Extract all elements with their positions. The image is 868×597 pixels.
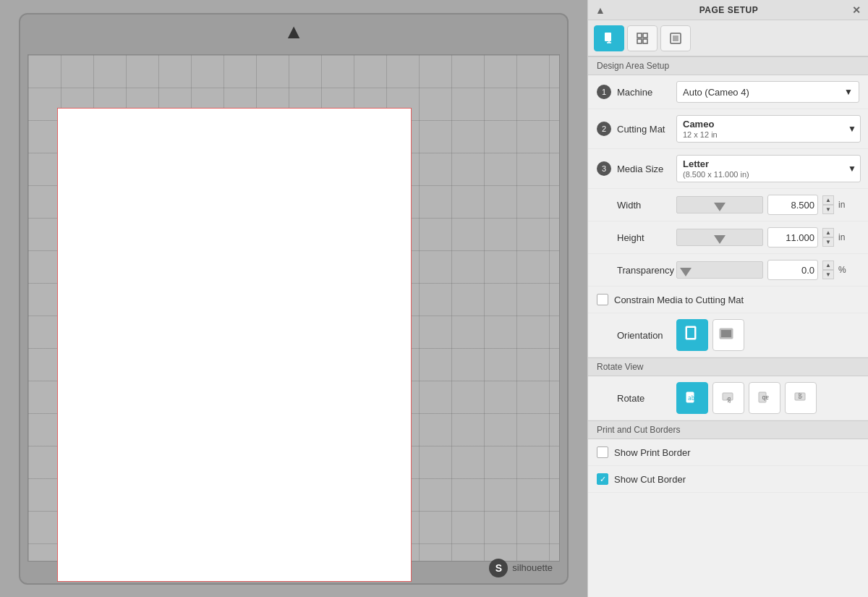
- cutting-mat-dropdown[interactable]: Cameo 12 x 12 in: [676, 115, 861, 143]
- constrain-row: Constrain Media to Cutting Mat: [588, 287, 868, 313]
- form-section: 1 Machine Auto (Cameo 4) ▼ 2 Cutting Mat…: [588, 75, 868, 493]
- show-print-border-label: Show Print Border: [614, 447, 691, 458]
- transparency-input[interactable]: [767, 260, 818, 280]
- cutting-mat-label: Cutting Mat: [617, 124, 665, 135]
- width-spin-up[interactable]: ▲: [822, 195, 834, 205]
- show-print-border-checkbox[interactable]: [597, 446, 608, 458]
- media-size-dropdown-value1: Letter: [683, 158, 709, 169]
- height-row: Height ▲ ▼ in: [588, 221, 868, 254]
- svg-text:ab: ab: [726, 397, 732, 403]
- machine-step-badge: 1: [597, 85, 611, 99]
- rotate-normal-button[interactable]: ab: [676, 382, 708, 414]
- show-print-border-row: Show Print Border: [588, 439, 868, 466]
- machine-dropdown-arrow-icon: ▼: [844, 87, 853, 97]
- media-size-step-badge: 3: [597, 161, 611, 176]
- transparency-label-group: Transparency: [597, 265, 676, 276]
- svg-text:ab: ab: [688, 395, 695, 402]
- height-slider-handle-icon: [714, 235, 726, 244]
- transparency-slider-handle-icon: [680, 268, 692, 276]
- media-size-dropdown-arrow-icon: ▼: [848, 164, 856, 174]
- cutting-mat-control: Cameo 12 x 12 in ▼: [676, 115, 859, 143]
- cutting-mat-step-badge: 2: [597, 122, 611, 136]
- rotate-label: Rotate: [617, 393, 644, 404]
- show-cut-border-row: Show Cut Border: [588, 466, 868, 493]
- orientation-control: [676, 319, 859, 351]
- tab-preview[interactable]: [660, 25, 691, 51]
- cutting-mat-dropdown-value1: Cameo: [683, 119, 714, 130]
- width-label: Width: [617, 200, 641, 211]
- design-area-section-header: Design Area Setup: [588, 56, 868, 75]
- right-panel: ▲ PAGE SETUP ✕: [587, 0, 868, 597]
- borders-section-header: Print and Cut Borders: [588, 420, 868, 439]
- cutting-mat-row: 2 Cutting Mat Cameo 12 x 12 in ▼: [588, 109, 868, 149]
- rotate-view-section-header: Rotate View: [588, 357, 868, 376]
- panel-close-button[interactable]: ✕: [852, 4, 861, 16]
- machine-label: Machine: [617, 87, 652, 98]
- height-spin-up[interactable]: ▲: [822, 228, 834, 237]
- media-size-control: Letter (8.500 x 11.000 in) ▼: [676, 155, 859, 182]
- width-label-group: Width: [597, 200, 676, 211]
- svg-text:ab: ab: [797, 393, 803, 399]
- white-page: [57, 108, 412, 582]
- transparency-slider[interactable]: [676, 261, 763, 279]
- silhouette-logo-text: silhouette: [512, 562, 553, 573]
- cutting-mat-dropdown-arrow-icon: ▼: [848, 124, 856, 134]
- height-label: Height: [617, 232, 644, 243]
- tab-grid[interactable]: [627, 25, 658, 51]
- width-slider-handle-icon: [714, 203, 726, 211]
- media-size-dropdown[interactable]: Letter (8.500 x 11.000 in): [676, 155, 861, 182]
- media-size-dropdown-value2: (8.500 x 11.000 in): [683, 170, 749, 179]
- width-spin-buttons: ▲ ▼: [822, 195, 834, 214]
- rotate-270-button[interactable]: ab: [785, 382, 817, 414]
- transparency-control: ▲ ▼ %: [676, 260, 859, 280]
- silhouette-logo: S silhouette: [489, 559, 553, 577]
- rotate-label-group: Rotate: [597, 393, 676, 404]
- width-control: ▲ ▼ in: [676, 195, 859, 215]
- constrain-checkbox[interactable]: [597, 294, 608, 305]
- media-size-row: 3 Media Size Letter (8.500 x 11.000 in) …: [588, 149, 868, 189]
- media-size-label-group: 3 Media Size: [597, 161, 676, 176]
- svg-text:ab: ab: [762, 394, 769, 401]
- orientation-row: Orientation: [588, 313, 868, 357]
- panel-title: PAGE SETUP: [605, 5, 852, 15]
- svg-rect-0: [605, 33, 611, 41]
- silhouette-logo-icon: S: [489, 559, 508, 577]
- width-spin-down[interactable]: ▼: [822, 205, 834, 214]
- orientation-landscape-button[interactable]: [712, 319, 744, 351]
- height-control: ▲ ▼ in: [676, 227, 859, 247]
- height-spin-down[interactable]: ▼: [822, 237, 834, 247]
- width-input[interactable]: [767, 195, 818, 215]
- tab-bar: [588, 20, 868, 56]
- height-unit: in: [838, 232, 853, 242]
- width-row: Width ▲ ▼ in: [588, 189, 868, 221]
- rotate-control: ab ab ab: [676, 382, 859, 414]
- transparency-spin-up[interactable]: ▲: [822, 261, 834, 270]
- machine-control: Auto (Cameo 4) ▼: [676, 81, 859, 103]
- svg-rect-12: [721, 330, 731, 337]
- media-size-label: Media Size: [617, 164, 663, 174]
- cutting-mat: ▲ S silhouette: [19, 13, 569, 585]
- orientation-portrait-button[interactable]: [676, 319, 708, 351]
- transparency-unit: %: [838, 265, 853, 275]
- transparency-row: Transparency ▲ ▼ %: [588, 254, 868, 287]
- rotate-90-button[interactable]: ab: [712, 382, 744, 414]
- panel-titlebar: ▲ PAGE SETUP ✕: [588, 0, 868, 20]
- cutting-mat-dropdown-value2: 12 x 12 in: [683, 130, 718, 139]
- width-unit: in: [838, 200, 853, 210]
- tab-page[interactable]: [594, 25, 624, 51]
- transparency-spin-buttons: ▲ ▼: [822, 261, 834, 279]
- height-slider[interactable]: [676, 229, 763, 246]
- svg-rect-6: [643, 39, 647, 43]
- transparency-spin-down[interactable]: ▼: [822, 270, 834, 279]
- width-slider[interactable]: [676, 196, 763, 213]
- mat-grid: [27, 54, 560, 562]
- rotate-180-button[interactable]: ab: [749, 382, 780, 414]
- panel-collapse-button[interactable]: ▲: [595, 4, 605, 16]
- orientation-btn-group: [676, 319, 744, 351]
- transparency-label: Transparency: [617, 265, 674, 276]
- machine-dropdown[interactable]: Auto (Cameo 4) ▼: [676, 81, 859, 103]
- show-cut-border-checkbox[interactable]: [597, 473, 608, 485]
- show-cut-border-label: Show Cut Border: [614, 474, 686, 485]
- height-input[interactable]: [767, 227, 818, 247]
- svg-rect-5: [637, 39, 642, 43]
